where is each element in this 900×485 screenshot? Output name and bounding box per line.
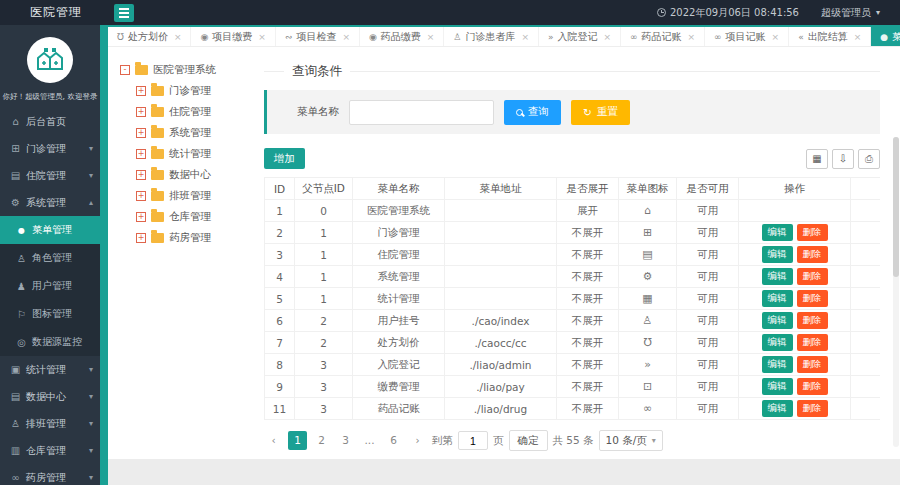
edit-button[interactable]: 编辑 [762,290,793,307]
tab-项目检查[interactable]: ∾项目检查× [276,27,360,46]
hamburger-menu-icon[interactable] [114,4,134,22]
tree-node[interactable]: +仓库管理 [136,206,258,227]
expand-icon[interactable]: + [136,212,146,222]
next-page-icon[interactable]: › [408,431,427,450]
close-icon[interactable]: × [342,32,350,42]
close-icon[interactable]: × [772,32,780,42]
sidebar-item[interactable]: ▥仓库管理▾ [0,437,100,464]
reset-button[interactable]: ↻ 重置 [571,100,630,125]
edit-button[interactable]: 编辑 [762,268,793,285]
tab-项目记账[interactable]: ∞项目记账× [705,27,789,46]
expand-icon[interactable]: + [136,107,146,117]
delete-button[interactable]: 删除 [797,400,828,417]
tree-node[interactable]: +统计管理 [136,143,258,164]
tree-node-label: 住院管理 [169,105,211,119]
sidebar-item[interactable]: ▤数据中心▾ [0,383,100,410]
tab-入院登记[interactable]: »入院登记× [539,27,621,46]
collapse-icon[interactable]: - [120,65,130,75]
close-icon[interactable]: × [688,32,696,42]
add-button[interactable]: 增加 [264,148,305,169]
edit-button[interactable]: 编辑 [762,400,793,417]
expand-icon[interactable]: + [136,128,146,138]
expand-icon[interactable]: + [136,86,146,96]
sidebar-subitem[interactable]: ●菜单管理 [0,216,100,244]
delete-button[interactable]: 删除 [797,334,828,351]
sidebar-item-label: 数据中心 [26,390,66,404]
print-icon[interactable]: ⎙ [858,149,880,169]
delete-button[interactable]: 删除 [797,312,828,329]
edit-button[interactable]: 编辑 [762,356,793,373]
edit-button[interactable]: 编辑 [762,334,793,351]
expand-icon[interactable]: + [136,170,146,180]
cell-filler [851,398,881,420]
per-page-select[interactable]: 10 条/页 ▾ [599,430,663,451]
tree-node[interactable]: +药房管理 [136,227,258,248]
vertical-scrollbar[interactable] [893,137,899,447]
columns-icon[interactable]: ▦ [806,149,828,169]
sidebar-subitem[interactable]: ◎数据源监控 [0,328,100,356]
edit-button[interactable]: 编辑 [762,246,793,263]
delete-button[interactable]: 删除 [797,246,828,263]
sidebar-item[interactable]: ♙排班管理▾ [0,410,100,437]
sidebar-item[interactable]: ⚙系统管理▴ [0,189,100,216]
sidebar-item[interactable]: ⊞门诊管理▾ [0,135,100,162]
close-icon[interactable]: × [854,32,862,42]
expand-icon[interactable]: + [136,233,146,243]
export-icon[interactable]: ⇩ [832,149,854,169]
tab-药品记账[interactable]: ∞药品记账× [621,27,705,46]
sidebar-item[interactable]: ∞药房管理▾ [0,464,100,485]
chev_left-icon: « [798,32,804,42]
sidebar-item[interactable]: ▣统计管理▾ [0,356,100,383]
confirm-button[interactable]: 确定 [509,430,548,451]
close-icon[interactable]: × [258,32,266,42]
page-number[interactable]: 6 [384,431,403,450]
close-icon[interactable]: × [427,32,435,42]
delete-button[interactable]: 删除 [797,378,828,395]
tree-node[interactable]: +系统管理 [136,122,258,143]
page-number[interactable]: 3 [336,431,355,450]
menu-table: ID父节点ID菜单名称菜单地址是否展开菜单图标是否可用操作 10医院管理系统展开… [264,177,880,420]
tab-药品缴费[interactable]: ◉药品缴费× [360,27,444,46]
expand-icon[interactable]: + [136,149,146,159]
sidebar-subitem[interactable]: ♟用户管理 [0,272,100,300]
tab-label: 项目缴费 [212,30,252,44]
edit-button[interactable]: 编辑 [762,224,793,241]
edit-button[interactable]: 编辑 [762,378,793,395]
tab-label: 门诊患者库 [465,30,515,44]
delete-button[interactable]: 删除 [797,224,828,241]
tree-node[interactable]: +数据中心 [136,164,258,185]
edit-button[interactable]: 编辑 [762,312,793,329]
user-dropdown[interactable]: 超级管理员 ▾ [821,6,880,20]
tree-root[interactable]: - 医院管理系统 [120,59,258,80]
close-icon[interactable]: × [521,32,529,42]
sidebar-subitem[interactable]: ♙角色管理 [0,244,100,272]
tab-菜单管理[interactable]: ●菜单管理× [871,27,900,46]
menu-name-input[interactable] [349,100,494,125]
close-icon[interactable]: × [603,32,611,42]
page-number[interactable]: 2 [312,431,331,450]
tab-项目缴费[interactable]: ◉项目缴费× [191,27,275,46]
tab-label: 菜单管理 [892,30,900,44]
prev-page-icon[interactable]: ‹ [264,431,283,450]
page-number[interactable]: ... [360,431,379,450]
close-icon[interactable]: × [174,32,182,42]
delete-button[interactable]: 删除 [797,290,828,307]
delete-button[interactable]: 删除 [797,268,828,285]
search-button[interactable]: 查询 [504,100,561,125]
tree-node[interactable]: +排班管理 [136,185,258,206]
tab-门诊患者库[interactable]: ♙门诊患者库× [444,27,539,46]
delete-button[interactable]: 删除 [797,356,828,373]
cell-menu-url [445,244,557,266]
sidebar-item[interactable]: ⌂后台首页 [0,108,100,135]
tree-node[interactable]: +门诊管理 [136,80,258,101]
bed-icon: ▤ [642,248,652,261]
sidebar-subitem[interactable]: ⚐图标管理 [0,300,100,328]
table-row: 10医院管理系统展开⌂可用 [265,200,881,222]
tab-处方划价[interactable]: ℧处方划价× [108,27,191,46]
expand-icon[interactable]: + [136,191,146,201]
page-number[interactable]: 1 [288,431,307,450]
tab-出院结算[interactable]: «出院结算× [789,27,871,46]
goto-page-input[interactable] [458,431,488,450]
sidebar-item[interactable]: ▤住院管理▾ [0,162,100,189]
tree-node[interactable]: +住院管理 [136,101,258,122]
